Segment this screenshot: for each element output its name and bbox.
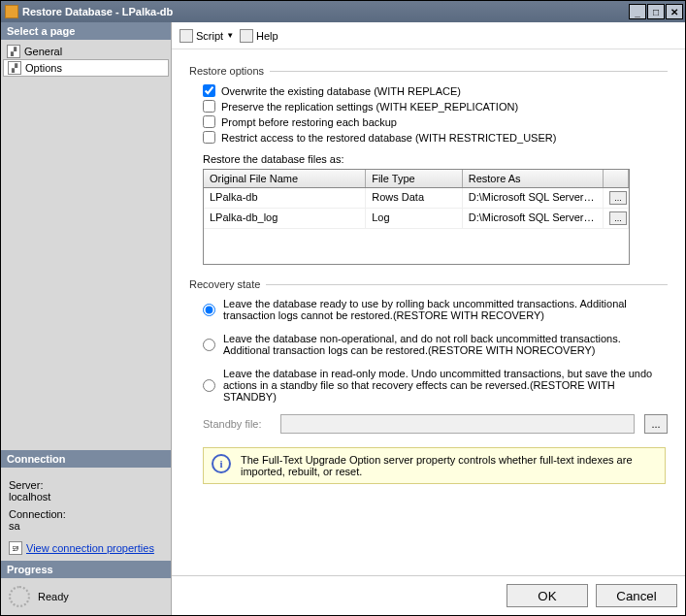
chk-preserve-replication[interactable]: Preserve the replication settings (WITH … [203, 100, 668, 113]
chk-restrict-input[interactable] [203, 131, 215, 144]
radio-norecovery-input[interactable] [203, 334, 215, 356]
recovery-state-header: Recovery state [189, 278, 260, 290]
progress-spinner-icon [9, 586, 30, 607]
table-row[interactable]: LPalka-db Rows Data D:\Microsoft SQL Ser… [204, 188, 629, 209]
col-browse [604, 170, 629, 187]
progress-status: Ready [38, 591, 69, 602]
server-label: Server: [9, 479, 163, 491]
connection-header: Connection [1, 450, 171, 468]
page-options[interactable]: ▞ Options [3, 59, 169, 77]
page-label: Options [25, 62, 62, 74]
info-icon: i [212, 454, 231, 473]
app-icon [5, 5, 18, 18]
browse-button[interactable]: ... [609, 211, 627, 225]
script-label: Script [196, 30, 223, 42]
server-value: localhost [9, 491, 163, 503]
page-icon: ▞ [7, 45, 20, 58]
help-icon [240, 29, 253, 43]
chk-restrict-access[interactable]: Restrict access to the restored database… [203, 131, 668, 144]
restore-files-label: Restore the database files as: [203, 153, 668, 165]
page-general[interactable]: ▞ General [3, 44, 169, 59]
ok-button[interactable]: OK [506, 584, 588, 607]
radio-recovery-input[interactable] [203, 299, 215, 321]
restore-options-header: Restore options [189, 65, 264, 77]
script-button[interactable]: Script ▼ [180, 29, 234, 43]
radio-standby-input[interactable] [203, 369, 215, 403]
standby-file-label: Standby file: [203, 418, 271, 430]
table-row[interactable]: LPalka-db_log Log D:\Microsoft SQL Serve… [204, 209, 629, 229]
browse-button[interactable]: ... [609, 191, 627, 205]
minimize-button[interactable]: _ [629, 4, 646, 19]
script-icon [180, 29, 193, 43]
view-connection-properties-link[interactable]: View connection properties [26, 542, 154, 554]
info-banner: i The Full-Text Upgrade Option server pr… [203, 447, 666, 484]
maximize-button[interactable]: □ [647, 4, 665, 19]
connection-label: Connection: [9, 508, 163, 520]
chk-overwrite[interactable]: Overwrite the existing database (WITH RE… [203, 84, 668, 97]
titlebar[interactable]: Restore Database - LPalka-db _ □ ✕ [1, 1, 685, 22]
window-title: Restore Database - LPalka-db [22, 6, 629, 17]
connection-value: sa [9, 520, 163, 532]
col-file-type[interactable]: File Type [366, 170, 463, 187]
progress-header: Progress [1, 561, 171, 578]
help-label: Help [256, 30, 278, 42]
chk-prompt-input[interactable] [203, 115, 215, 128]
chk-overwrite-input[interactable] [203, 84, 215, 97]
col-restore-as[interactable]: Restore As [463, 170, 604, 187]
files-table: Original File Name File Type Restore As … [203, 169, 630, 265]
cancel-button[interactable]: Cancel [596, 584, 677, 607]
select-page-header: Select a page [1, 22, 171, 40]
close-button[interactable]: ✕ [666, 4, 683, 19]
info-text: The Full-Text Upgrade Option server prop… [241, 454, 657, 477]
help-button[interactable]: Help [240, 29, 278, 43]
chk-prompt[interactable]: Prompt before restoring each backup [203, 115, 668, 128]
standby-file-input [280, 414, 635, 434]
properties-icon: 🖳 [9, 541, 22, 555]
page-icon: ▞ [8, 61, 21, 75]
radio-recovery[interactable]: Leave the database ready to use by rolli… [203, 298, 668, 321]
chevron-down-icon: ▼ [226, 31, 234, 40]
radio-standby[interactable]: Leave the database in read-only mode. Un… [203, 368, 668, 403]
col-original-file[interactable]: Original File Name [204, 170, 366, 187]
chk-preserve-input[interactable] [203, 100, 215, 113]
radio-norecovery[interactable]: Leave the database non-operational, and … [203, 333, 668, 356]
standby-browse-button[interactable]: ... [644, 414, 668, 434]
page-label: General [24, 46, 62, 57]
